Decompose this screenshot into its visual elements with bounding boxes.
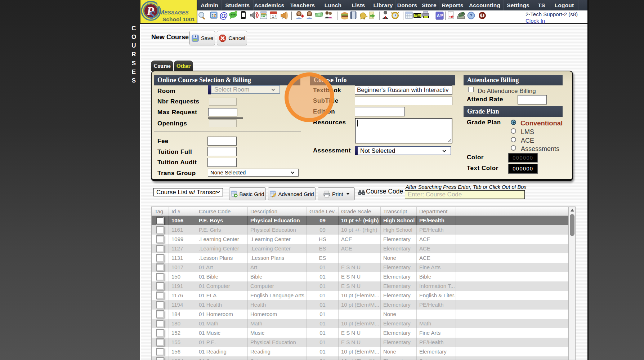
svg-text:@: @	[219, 10, 228, 20]
svg-text:School 1001: School 1001	[162, 16, 195, 22]
svg-text:A/P: A/P	[437, 14, 443, 18]
svg-text:17: 17	[272, 14, 276, 18]
svg-text:PDF: PDF	[449, 16, 454, 18]
svg-text:MESSAGES: MESSAGES	[159, 9, 189, 16]
svg-text:S: S	[149, 9, 155, 21]
svg-text:?: ?	[470, 13, 473, 18]
